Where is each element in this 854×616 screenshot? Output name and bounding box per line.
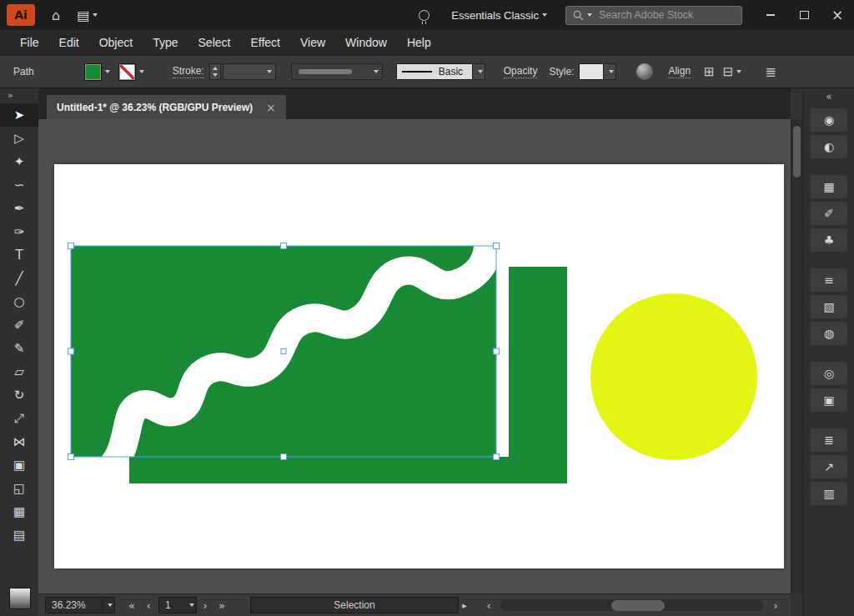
search-input[interactable] bbox=[597, 8, 726, 22]
menu-item-effect[interactable]: Effect bbox=[240, 36, 290, 49]
line-segment-tool[interactable]: ╱ bbox=[0, 267, 38, 290]
artboard-navigation-control[interactable]: 1 bbox=[158, 597, 197, 613]
graphic-styles-panel-button[interactable]: ▣ bbox=[811, 388, 847, 412]
graphic-style-control[interactable] bbox=[579, 63, 616, 80]
maximize-button[interactable] bbox=[787, 0, 821, 30]
layers-panel-button[interactable]: ≣ bbox=[811, 428, 847, 452]
vertical-scrollbar-thumb[interactable] bbox=[793, 126, 801, 178]
color-guide-panel-button[interactable]: ◐ bbox=[811, 135, 847, 158]
color-panel-button[interactable]: ◉ bbox=[811, 108, 847, 132]
menu-item-view[interactable]: View bbox=[290, 36, 335, 49]
selection-tool[interactable]: ➤ bbox=[0, 103, 38, 127]
artboards-panel-button[interactable]: ▥ bbox=[811, 482, 847, 505]
align-label[interactable]: Align bbox=[668, 65, 691, 78]
gradient-panel-button[interactable]: ▧ bbox=[811, 295, 847, 318]
status-flyout-icon[interactable]: ▸ bbox=[459, 600, 470, 611]
free-transform-tool[interactable]: ▣ bbox=[0, 453, 38, 477]
workspace-switcher[interactable]: Essentials Classic bbox=[451, 9, 547, 22]
horizontal-scrollbar[interactable] bbox=[500, 600, 764, 611]
stroke-color-control[interactable] bbox=[118, 63, 144, 81]
brushes-panel-button[interactable]: ✐ bbox=[811, 202, 847, 225]
fill-color-swatch[interactable] bbox=[84, 63, 102, 81]
stroke-weight-select[interactable] bbox=[223, 63, 276, 80]
perspective-grid-tool[interactable]: ▦ bbox=[0, 500, 38, 523]
eraser-tool[interactable]: ▱ bbox=[0, 360, 38, 383]
selection-handle[interactable] bbox=[494, 454, 500, 460]
selection-handle[interactable] bbox=[281, 454, 287, 460]
stroke-panel-button[interactable]: ≡ bbox=[811, 268, 847, 292]
document-tab[interactable]: Untitled-1* @ 36.23% (RGB/GPU Preview) × bbox=[47, 95, 286, 119]
artboard[interactable] bbox=[54, 164, 784, 568]
direct-selection-tool[interactable]: ▷ bbox=[0, 127, 38, 150]
recolor-artwork-icon[interactable] bbox=[636, 63, 653, 80]
panel-menu-icon[interactable]: ≣ bbox=[765, 64, 776, 80]
expand-panels-button[interactable]: « bbox=[803, 88, 854, 105]
pencil-tool[interactable]: ✎ bbox=[0, 337, 38, 360]
scale-tool[interactable]: ⤢ bbox=[0, 407, 38, 430]
ellipse-tool[interactable]: ○ bbox=[0, 290, 38, 313]
last-artboard-button[interactable]: » bbox=[214, 599, 230, 612]
menu-item-file[interactable]: File bbox=[10, 36, 49, 49]
symbols-panel-button[interactable]: ♣ bbox=[811, 228, 847, 252]
scroll-right-button[interactable]: › bbox=[767, 599, 784, 612]
selection-center-point[interactable] bbox=[281, 349, 286, 354]
menu-item-select[interactable]: Select bbox=[188, 36, 241, 49]
align-objects-icon[interactable]: ⊞ bbox=[704, 64, 715, 79]
home-icon[interactable]: ⌂ bbox=[52, 8, 60, 23]
adobe-stock-search[interactable] bbox=[565, 6, 742, 25]
shape-builder-tool[interactable]: ◱ bbox=[0, 477, 38, 500]
brush-definition-control[interactable]: Basic bbox=[396, 63, 485, 80]
first-artboard-button[interactable]: « bbox=[123, 599, 140, 612]
brush-dropdown-button[interactable] bbox=[473, 63, 485, 80]
horizontal-scrollbar-thumb[interactable] bbox=[611, 600, 665, 611]
yellow-circle-shape[interactable] bbox=[590, 293, 757, 460]
expand-tools-button[interactable]: » bbox=[0, 88, 38, 103]
next-artboard-button[interactable]: › bbox=[197, 599, 214, 612]
paintbrush-tool[interactable]: ✐ bbox=[0, 313, 38, 337]
arrange-documents-button[interactable]: ▤ bbox=[77, 8, 98, 23]
canvas-pasteboard[interactable] bbox=[38, 119, 791, 593]
selected-wavy-shape[interactable] bbox=[71, 236, 496, 491]
mesh-tool[interactable]: ▤ bbox=[0, 523, 38, 547]
gradient-swatch[interactable] bbox=[9, 588, 31, 609]
style-dropdown-button[interactable] bbox=[604, 63, 616, 80]
stepper-down-icon[interactable] bbox=[213, 73, 218, 77]
magic-wand-tool[interactable]: ✦ bbox=[0, 150, 38, 173]
opacity-label[interactable]: Opacity bbox=[504, 65, 538, 78]
minimize-button[interactable] bbox=[754, 0, 787, 30]
curvature-tool[interactable]: ✑ bbox=[0, 220, 38, 243]
lightbulb-icon[interactable] bbox=[419, 10, 430, 21]
selection-handle[interactable] bbox=[494, 348, 500, 354]
previous-artboard-button[interactable]: ‹ bbox=[140, 599, 157, 612]
width-profile-select[interactable] bbox=[291, 63, 383, 80]
menu-item-type[interactable]: Type bbox=[143, 36, 188, 49]
menu-item-edit[interactable]: Edit bbox=[49, 36, 89, 49]
selection-handle[interactable] bbox=[494, 243, 500, 249]
align-to-control[interactable]: ⊟ bbox=[723, 64, 742, 79]
vertical-scrollbar[interactable] bbox=[791, 119, 803, 593]
tab-close-icon[interactable]: × bbox=[266, 101, 276, 114]
appearance-panel-button[interactable]: ◎ bbox=[811, 362, 847, 385]
selection-handle[interactable] bbox=[68, 454, 74, 460]
selection-handle[interactable] bbox=[281, 243, 287, 249]
fill-color-control[interactable] bbox=[84, 63, 110, 81]
stroke-weight-label[interactable]: Stroke: bbox=[173, 65, 204, 78]
close-button[interactable]: × bbox=[821, 0, 854, 30]
stroke-none-swatch[interactable] bbox=[118, 63, 136, 81]
pen-tool[interactable]: ✒ bbox=[0, 197, 38, 220]
stroke-weight-stepper[interactable] bbox=[209, 63, 221, 80]
lasso-tool[interactable]: ∽ bbox=[0, 173, 38, 197]
transparency-panel-button[interactable]: ◍ bbox=[811, 322, 847, 345]
stepper-up-icon[interactable] bbox=[213, 67, 218, 70]
menu-item-window[interactable]: Window bbox=[335, 36, 397, 49]
width-tool[interactable]: ⋈ bbox=[0, 430, 38, 453]
scroll-left-button[interactable]: ‹ bbox=[480, 599, 497, 612]
type-tool[interactable]: T bbox=[0, 243, 38, 267]
zoom-control[interactable]: 36.23% bbox=[45, 597, 115, 613]
rotate-tool[interactable]: ↻ bbox=[0, 383, 38, 407]
export-panel-button[interactable]: ↗ bbox=[811, 455, 847, 478]
swatches-panel-button[interactable]: ▦ bbox=[811, 175, 847, 198]
selection-handle[interactable] bbox=[68, 348, 74, 354]
menu-item-help[interactable]: Help bbox=[397, 36, 441, 49]
selection-handle[interactable] bbox=[68, 243, 74, 249]
